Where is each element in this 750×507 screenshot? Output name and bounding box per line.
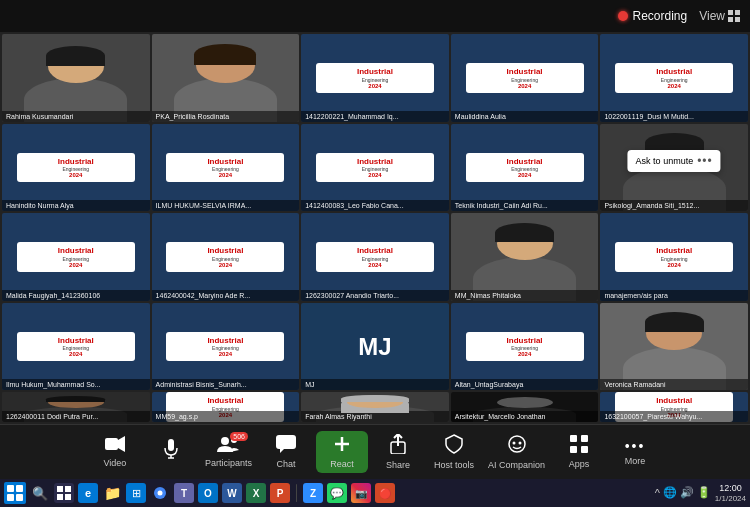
svg-rect-19 bbox=[57, 486, 63, 492]
tile-name: Malida Faugiyah_1412360106 bbox=[2, 290, 150, 301]
search-taskbar-icon[interactable]: 🔍 bbox=[30, 483, 50, 503]
apps-button[interactable]: Apps bbox=[553, 431, 605, 473]
audio-button[interactable] bbox=[145, 435, 197, 469]
top-bar: Recording View bbox=[0, 0, 750, 32]
host-tools-button[interactable]: Host tools bbox=[428, 430, 480, 474]
video-tile: Veronica Ramadani bbox=[600, 303, 748, 391]
video-tile: Industrial Engineering 2024 Hanindito Nu… bbox=[2, 124, 150, 212]
tile-name: Rahima Kusumandari bbox=[2, 111, 150, 122]
video-button[interactable]: Video bbox=[89, 432, 141, 472]
video-tile: Rahima Kusumandari bbox=[2, 34, 150, 122]
recording-indicator: Recording bbox=[618, 9, 688, 23]
clock: 12:00 1/1/2024 bbox=[715, 483, 746, 503]
tile-name: 1462400042_Maryino Ade R... bbox=[152, 290, 300, 301]
tile-name: Arsitektur_Marcello Jonathan bbox=[451, 411, 599, 422]
unmute-dots: ••• bbox=[697, 154, 713, 168]
react-icon bbox=[333, 435, 351, 456]
react-label: React bbox=[330, 459, 354, 469]
video-icon bbox=[105, 436, 125, 455]
store-icon[interactable]: ⊞ bbox=[126, 483, 146, 503]
ai-companion-button[interactable]: AI Companion bbox=[484, 430, 549, 474]
teams-icon[interactable]: T bbox=[174, 483, 194, 503]
tile-name: Farah Almas Riyanthi bbox=[301, 411, 449, 422]
share-icon bbox=[389, 434, 407, 457]
host-tools-icon bbox=[445, 434, 463, 457]
zoom-taskbar-icon[interactable]: Z bbox=[303, 483, 323, 503]
time-display: 12:00 bbox=[719, 483, 742, 494]
svg-point-12 bbox=[509, 436, 525, 452]
unmute-popup[interactable]: Ask to unmute ••• bbox=[628, 150, 721, 172]
unmute-label: Ask to unmute bbox=[636, 156, 694, 166]
recording-label: Recording bbox=[633, 9, 688, 23]
powerpoint-icon[interactable]: P bbox=[270, 483, 290, 503]
excel-icon[interactable]: X bbox=[246, 483, 266, 503]
tile-name: 1632100057_Piarestu Wahyu... bbox=[600, 411, 748, 422]
task-view-icon[interactable] bbox=[54, 483, 74, 503]
video-tile: Industrial Engineering 2024 manajemen/ai… bbox=[600, 213, 748, 301]
video-tile: Industrial Engineering 2024 Malida Faugi… bbox=[2, 213, 150, 301]
divider bbox=[296, 484, 297, 502]
system-icons: ^ 🌐 🔊 🔋 bbox=[655, 486, 711, 499]
tile-name: MJ bbox=[301, 379, 449, 390]
svg-rect-20 bbox=[65, 486, 71, 492]
video-tile: Arsitektur_Marcello Jonathan bbox=[451, 392, 599, 422]
chat-label: Chat bbox=[276, 459, 295, 469]
grid-view-icon bbox=[728, 10, 740, 22]
participants-button[interactable]: 506 Participants bbox=[201, 432, 256, 472]
taskbar-right: ^ 🌐 🔊 🔋 12:00 1/1/2024 bbox=[655, 483, 746, 503]
edge-icon[interactable]: e bbox=[78, 483, 98, 503]
video-tile: Industrial Engineering 2024 Teknik Indus… bbox=[451, 124, 599, 212]
tile-name: 1022001119_Dusi M Mutid... bbox=[600, 111, 748, 122]
view-label: View bbox=[699, 9, 725, 23]
share-label: Share bbox=[386, 460, 410, 470]
instagram-icon[interactable]: 📷 bbox=[351, 483, 371, 503]
video-tile: Industrial Engineering 2024 1412400083_L… bbox=[301, 124, 449, 212]
chevron-up-icon[interactable]: ^ bbox=[655, 487, 660, 499]
outlook-icon[interactable]: O bbox=[198, 483, 218, 503]
svg-rect-2 bbox=[168, 439, 174, 451]
windows-taskbar: 🔍 e 📁 ⊞ T O W X P Z 💬 📷 🔴 ^ 🌐 🔊 🔋 12:00 … bbox=[0, 479, 750, 507]
powerpoint-taskbar-icon[interactable]: 🔴 bbox=[375, 483, 395, 503]
whatsapp-icon[interactable]: 💬 bbox=[327, 483, 347, 503]
tile-name: manajemen/ais para bbox=[600, 290, 748, 301]
video-tile: Industrial Engineering 2024 1462400042_M… bbox=[152, 213, 300, 301]
volume-icon[interactable]: 🔊 bbox=[680, 486, 694, 499]
tile-name: Mauliddina Aulia bbox=[451, 111, 599, 122]
video-tile: MJ MJ bbox=[301, 303, 449, 391]
audio-icon bbox=[163, 439, 179, 462]
chat-button[interactable]: Chat bbox=[260, 431, 312, 473]
video-tile: PKA_Pricillia Rosdinata bbox=[152, 34, 300, 122]
tile-name: 1412400083_Leo Fabio Cana... bbox=[301, 200, 449, 211]
participants-badge: 506 bbox=[230, 432, 248, 441]
word-icon[interactable]: W bbox=[222, 483, 242, 503]
svg-marker-1 bbox=[118, 436, 125, 452]
tile-name: Administrasi Bisnis_Sunarh... bbox=[152, 379, 300, 390]
react-button[interactable]: React bbox=[316, 431, 368, 473]
folder-icon[interactable]: 📁 bbox=[102, 483, 122, 503]
start-button[interactable] bbox=[4, 482, 26, 504]
battery-icon: 🔋 bbox=[697, 486, 711, 499]
tile-name: Teknik Industri_Caiin Adi Ru... bbox=[451, 200, 599, 211]
video-tile: Industrial Engineering 2024 Mauliddina A… bbox=[451, 34, 599, 122]
video-tile: Industrial Engineering 2024 Administrasi… bbox=[152, 303, 300, 391]
video-tile: Industrial Engineering 2024 Ilmu Hukum_M… bbox=[2, 303, 150, 391]
tile-name: ILMU HUKUM-SELVIA IRMA... bbox=[152, 200, 300, 211]
svg-rect-21 bbox=[57, 494, 63, 500]
view-button[interactable]: View bbox=[699, 9, 740, 23]
video-tile: Farah Almas Riyanthi bbox=[301, 392, 449, 422]
date-display: 1/1/2024 bbox=[715, 494, 746, 504]
video-tile: Industrial Engineering 2024 1022001119_D… bbox=[600, 34, 748, 122]
chrome-icon[interactable] bbox=[150, 483, 170, 503]
more-button[interactable]: ••• More bbox=[609, 435, 661, 470]
svg-point-14 bbox=[518, 442, 521, 445]
video-tile: Industrial Engineering 2024 Altan_UntagS… bbox=[451, 303, 599, 391]
chat-icon bbox=[276, 435, 296, 456]
tile-name: Veronica Ramadani bbox=[600, 379, 748, 390]
video-tile: Industrial Engineering 2024 ILMU HUKUM-S… bbox=[152, 124, 300, 212]
share-button[interactable]: Share bbox=[372, 430, 424, 474]
video-tile: Industrial Engineering 2024 1632100057_P… bbox=[600, 392, 748, 422]
video-tile: MM_Nimas Phitaloka bbox=[451, 213, 599, 301]
video-grid: Rahima Kusumandari PKA_Pricillia Rosdina… bbox=[0, 32, 750, 424]
tile-name: 1412200221_Muhammad Iq... bbox=[301, 111, 449, 122]
video-tile: Industrial Engineering 2024 1262300027 A… bbox=[301, 213, 449, 301]
